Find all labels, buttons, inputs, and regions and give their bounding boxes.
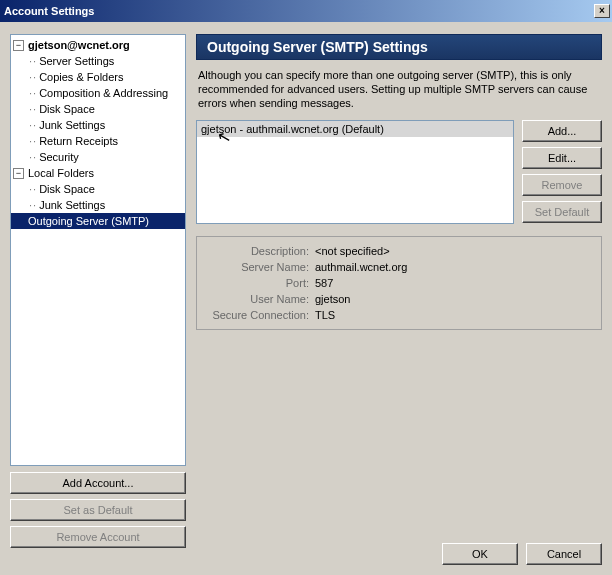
detail-value-description: <not specified> [315, 243, 390, 259]
tree-copies-folders[interactable]: ∙∙Copies & Folders [11, 69, 185, 85]
smtp-server-item[interactable]: gjetson - authmail.wcnet.org (Default) [197, 121, 513, 137]
panel-header: Outgoing Server (SMTP) Settings [196, 34, 602, 60]
detail-label-user: User Name: [205, 291, 315, 307]
smtp-edit-button[interactable]: Edit... [522, 147, 602, 169]
detail-value-server: authmail.wcnet.org [315, 259, 407, 275]
detail-value-user: gjetson [315, 291, 350, 307]
tree-local-label: Local Folders [28, 167, 94, 179]
tree-security[interactable]: ∙∙Security [11, 149, 185, 165]
smtp-details: Description:<not specified> Server Name:… [196, 236, 602, 330]
smtp-add-button[interactable]: Add... [522, 120, 602, 142]
smtp-server-list[interactable]: gjetson - authmail.wcnet.org (Default) [196, 120, 514, 224]
detail-label-secure: Secure Connection: [205, 307, 315, 323]
title-bar: Account Settings × [0, 0, 612, 22]
detail-label-server: Server Name: [205, 259, 315, 275]
add-account-button[interactable]: Add Account... [10, 472, 186, 494]
tree-server-settings[interactable]: ∙∙Server Settings [11, 53, 185, 69]
smtp-buttons: Add... Edit... Remove Set Default [522, 120, 602, 223]
dialog-buttons: OK Cancel [442, 543, 602, 565]
panel-description: Although you can specify more than one o… [198, 68, 600, 110]
account-buttons: Add Account... Set as Default Remove Acc… [10, 472, 186, 553]
tree-junk-settings[interactable]: ∙∙Junk Settings [11, 117, 185, 133]
tree-outgoing-smtp[interactable]: Outgoing Server (SMTP) [11, 213, 185, 229]
cancel-button[interactable]: Cancel [526, 543, 602, 565]
smtp-set-default-button: Set Default [522, 201, 602, 223]
account-tree: − gjetson@wcnet.org ∙∙Server Settings ∙∙… [10, 34, 186, 466]
window-body: − gjetson@wcnet.org ∙∙Server Settings ∙∙… [0, 22, 612, 575]
collapse-icon[interactable]: − [13, 40, 24, 51]
settings-panel: Outgoing Server (SMTP) Settings Although… [196, 34, 602, 550]
detail-value-secure: TLS [315, 307, 335, 323]
remove-account-button: Remove Account [10, 526, 186, 548]
tree-return-receipts[interactable]: ∙∙Return Receipts [11, 133, 185, 149]
detail-label-port: Port: [205, 275, 315, 291]
window-title: Account Settings [4, 5, 594, 17]
set-default-account-button: Set as Default [10, 499, 186, 521]
tree-local-junk[interactable]: ∙∙Junk Settings [11, 197, 185, 213]
tree-account-gjetson[interactable]: − gjetson@wcnet.org [11, 37, 185, 53]
tree-local-disk-space[interactable]: ∙∙Disk Space [11, 181, 185, 197]
tree-account-label: gjetson@wcnet.org [28, 39, 130, 51]
smtp-remove-button: Remove [522, 174, 602, 196]
tree-local-folders[interactable]: − Local Folders [11, 165, 185, 181]
collapse-icon[interactable]: − [13, 168, 24, 179]
ok-button[interactable]: OK [442, 543, 518, 565]
detail-value-port: 587 [315, 275, 333, 291]
close-icon[interactable]: × [594, 4, 610, 18]
tree-disk-space[interactable]: ∙∙Disk Space [11, 101, 185, 117]
tree-composition[interactable]: ∙∙Composition & Addressing [11, 85, 185, 101]
detail-label-description: Description: [205, 243, 315, 259]
